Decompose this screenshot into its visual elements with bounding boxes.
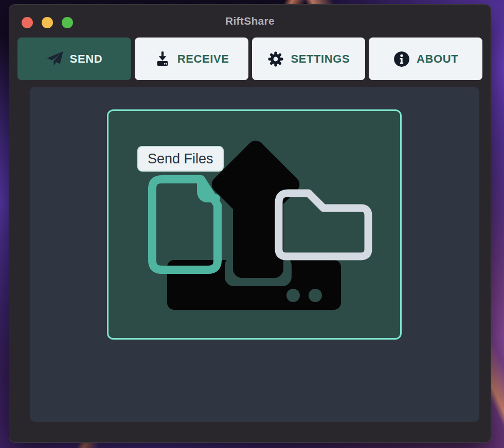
title-bar[interactable]: RiftShare [9, 5, 491, 38]
folder-icon [279, 193, 368, 256]
tab-settings-label: SETTINGS [291, 52, 350, 66]
tab-settings[interactable]: SETTINGS [252, 38, 366, 80]
tab-about[interactable]: ABOUT [369, 38, 482, 80]
send-files-label: Send Files [148, 151, 213, 167]
tab-bar: SEND RECEIVE [17, 38, 482, 80]
paper-plane-icon [46, 50, 64, 68]
tab-receive-label: RECEIVE [177, 52, 229, 66]
file-drop-zone[interactable]: Send Files [107, 109, 402, 340]
tab-send[interactable]: SEND [17, 38, 131, 80]
info-icon [393, 50, 410, 68]
tab-about-label: ABOUT [417, 52, 458, 66]
tab-receive[interactable]: RECEIVE [135, 38, 248, 80]
send-files-button[interactable]: Send Files [137, 146, 224, 172]
riftshare-window: RiftShare SEND RECEIVE [9, 4, 491, 443]
file-icon [152, 179, 218, 270]
download-icon [154, 50, 171, 68]
tab-send-label: SEND [70, 52, 103, 66]
upload-illustration [107, 109, 402, 340]
gear-icon [267, 50, 284, 68]
window-title: RiftShare [9, 5, 491, 38]
content-panel: Send Files [30, 87, 479, 422]
